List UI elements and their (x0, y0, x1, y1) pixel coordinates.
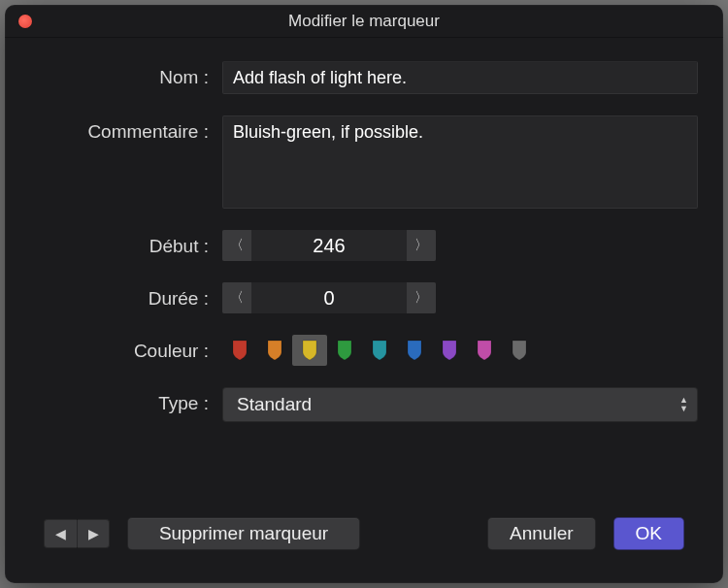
type-label: Type : (44, 387, 209, 414)
duration-value[interactable]: 0 (251, 282, 407, 313)
name-label: Nom : (44, 61, 209, 88)
color-swatch-blue[interactable] (397, 335, 432, 366)
window-title: Modifier le marqueur (288, 12, 440, 31)
start-value[interactable]: 246 (251, 230, 407, 261)
comment-label: Commentaire : (44, 115, 209, 143)
color-swatch-purple[interactable] (432, 335, 467, 366)
name-input[interactable] (222, 61, 698, 94)
titlebar: Modifier le marqueur (5, 5, 723, 38)
color-swatch-green[interactable] (327, 335, 362, 366)
form: Nom : Commentaire : Début : 〈 246 〉 Duré… (5, 38, 723, 432)
close-icon[interactable] (18, 15, 32, 28)
prev-marker-button[interactable]: ◀ (44, 519, 77, 548)
color-swatch-magenta[interactable] (467, 335, 502, 366)
chevron-right-icon[interactable]: 〉 (407, 230, 436, 261)
chevron-right-icon[interactable]: 〉 (407, 282, 436, 313)
color-swatch-orange[interactable] (257, 335, 292, 366)
color-swatch-teal[interactable] (362, 335, 397, 366)
color-swatch-gray[interactable] (502, 335, 537, 366)
type-select[interactable]: Standard (222, 387, 698, 422)
type-select-value: Standard (237, 394, 312, 415)
start-label: Début : (44, 230, 209, 257)
footer: ◀ ▶ Supprimer marqueur Annuler OK (5, 496, 723, 583)
delete-marker-button[interactable]: Supprimer marqueur (127, 517, 360, 550)
ok-button[interactable]: OK (613, 517, 684, 550)
edit-marker-window: Modifier le marqueur Nom : Commentaire :… (5, 5, 723, 583)
chevron-left-icon[interactable]: 〈 (222, 282, 251, 313)
duration-stepper: 〈 0 〉 (222, 282, 436, 313)
cancel-button[interactable]: Annuler (487, 517, 596, 550)
comment-textarea[interactable] (222, 115, 698, 209)
color-swatches (222, 335, 698, 366)
start-stepper: 〈 246 〉 (222, 230, 436, 261)
duration-label: Durée : (44, 282, 209, 310)
marker-nav: ◀ ▶ (44, 519, 110, 548)
color-label: Couleur : (44, 335, 209, 362)
chevron-left-icon[interactable]: 〈 (222, 230, 251, 261)
color-swatch-red[interactable] (222, 335, 257, 366)
next-marker-button[interactable]: ▶ (77, 519, 110, 548)
color-swatch-yellow[interactable] (292, 335, 327, 366)
